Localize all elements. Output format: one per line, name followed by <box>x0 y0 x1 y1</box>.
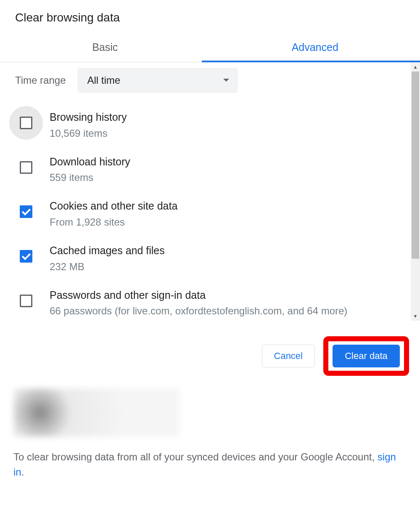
item-sublabel: 232 MB <box>50 260 165 273</box>
scroll-track[interactable] <box>411 72 420 311</box>
checkbox[interactable] <box>20 205 32 218</box>
tab-advanced[interactable]: Advanced <box>210 34 420 62</box>
checkbox-wrap <box>18 159 34 176</box>
dialog-title: Clear browsing data <box>0 0 420 34</box>
content: Time range All time Browsing history10,5… <box>0 62 411 321</box>
cancel-button[interactable]: Cancel <box>262 345 315 367</box>
item-label: Passwords and other sign-in data <box>50 288 347 302</box>
item-sublabel: 10,569 items <box>50 127 127 140</box>
item-label: Cached images and files <box>50 244 165 258</box>
item-label: Download history <box>50 155 130 169</box>
scrollbar[interactable]: ▲ ▼ <box>411 62 420 321</box>
clear-browsing-data-dialog: Clear browsing data Basic Advanced Time … <box>0 0 420 505</box>
highlight-annotation: Clear data <box>323 336 409 376</box>
item-sublabel: From 1,928 sites <box>50 215 177 229</box>
list-item: Cookies and other site dataFrom 1,928 si… <box>14 191 396 236</box>
item-text: Download history559 items <box>50 155 130 184</box>
item-text: Browsing history10,569 items <box>50 110 127 140</box>
checkbox[interactable] <box>20 117 32 129</box>
checkbox-wrap <box>18 114 34 131</box>
time-range-selected: All time <box>87 74 121 86</box>
list-item: Passwords and other sign-in data66 passw… <box>14 281 396 321</box>
footer: To clear browsing data from all of your … <box>0 388 420 497</box>
time-range-label: Time range <box>15 74 66 86</box>
item-text: Cookies and other site dataFrom 1,928 si… <box>50 199 177 229</box>
item-text: Cached images and files232 MB <box>50 244 165 273</box>
time-range-row: Time range All time <box>14 62 396 103</box>
item-label: Browsing history <box>50 110 127 124</box>
list-item: Cached images and files232 MB <box>14 236 396 281</box>
button-row: Cancel Clear data <box>0 321 420 388</box>
checkbox-wrap <box>18 248 34 265</box>
checkbox[interactable] <box>20 161 32 174</box>
checkbox[interactable] <box>20 295 32 307</box>
account-info-blurred <box>13 388 180 437</box>
scroll-up-icon[interactable]: ▲ <box>411 62 420 72</box>
checkbox[interactable] <box>20 250 32 263</box>
checkbox-wrap <box>18 203 34 220</box>
scroll-down-icon[interactable]: ▼ <box>411 311 420 321</box>
tab-basic[interactable]: Basic <box>0 34 210 62</box>
sync-hint-text-pre: To clear browsing data from all of your … <box>13 451 378 462</box>
item-sublabel: 66 passwords (for live.com, oxfordtestof… <box>50 304 347 317</box>
sync-hint: To clear browsing data from all of your … <box>13 449 407 480</box>
item-text: Passwords and other sign-in data66 passw… <box>50 288 347 318</box>
tabs: Basic Advanced <box>0 34 420 62</box>
list-item: Browsing history10,569 items <box>14 103 396 147</box>
scroll-thumb[interactable] <box>412 72 419 259</box>
checkbox-wrap <box>18 292 34 309</box>
list-item: Download history559 items <box>14 147 396 192</box>
caret-down-icon <box>223 78 230 82</box>
item-sublabel: 559 items <box>50 171 130 184</box>
item-label: Cookies and other site data <box>50 199 177 213</box>
clear-data-button[interactable]: Clear data <box>333 345 400 367</box>
scroll-area: Time range All time Browsing history10,5… <box>0 62 420 321</box>
time-range-dropdown[interactable]: All time <box>78 68 238 93</box>
sync-hint-text-post: . <box>21 466 24 478</box>
